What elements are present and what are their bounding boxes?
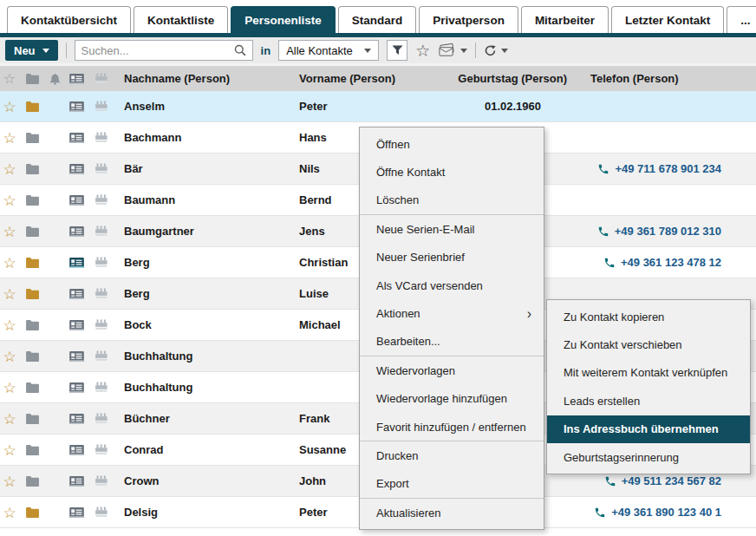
company-icon xyxy=(88,257,116,268)
menu-item-label: Öffnen xyxy=(376,138,410,151)
nachname-cell: Buchhaltung xyxy=(116,350,295,363)
context-menu-item[interactable]: Bearbeiten... › xyxy=(360,328,544,356)
submenu-item[interactable]: Geburtstagserinnerung xyxy=(547,443,750,471)
send-cards-button[interactable] xyxy=(438,43,467,57)
contact-card-icon xyxy=(69,320,84,330)
toolbar-divider xyxy=(66,42,67,58)
context-menu-item[interactable]: Wiedervorlagen › xyxy=(360,356,544,384)
context-menu-item[interactable]: Drucken › xyxy=(360,441,544,469)
menu-item-label: Drucken xyxy=(376,449,418,462)
favorite-star-icon[interactable]: ☆ xyxy=(0,129,19,147)
submenu-item[interactable]: Zu Kontakt verschieben xyxy=(547,330,750,358)
search-input[interactable] xyxy=(81,44,229,57)
favorite-star-icon[interactable]: ☆ xyxy=(0,473,19,490)
context-menu-item[interactable]: Öffnen › xyxy=(360,130,544,158)
column-header-geburtstag[interactable]: Geburtstag (Person) xyxy=(442,72,572,85)
new-button[interactable]: Neu xyxy=(5,40,58,61)
telefon-cell[interactable]: +49 511 234 567 82 xyxy=(572,474,756,487)
context-menu-item[interactable]: Favorit hinzufügen / entfernen › xyxy=(360,413,544,441)
in-label: in xyxy=(261,44,271,57)
telefon-cell[interactable]: +49 361 123 478 12 xyxy=(572,256,756,269)
favorite-star-icon[interactable]: ☆ xyxy=(0,348,19,365)
view-tab[interactable]: Personenliste xyxy=(231,6,336,33)
contact-card-column-header-icon[interactable] xyxy=(64,74,88,84)
telefon-cell[interactable]: +49 361 789 012 310 xyxy=(572,225,756,238)
scope-select[interactable]: Alle Kontakte xyxy=(278,40,379,61)
favorite-star-icon[interactable]: ☆ xyxy=(0,285,19,303)
favorite-star-icon[interactable]: ☆ xyxy=(0,223,19,240)
favorite-star-icon[interactable]: ☆ xyxy=(0,254,19,271)
folder-icon xyxy=(25,257,40,268)
view-tab[interactable]: Kontaktliste xyxy=(134,6,228,33)
favorite-star-icon[interactable]: ☆ xyxy=(0,410,19,428)
nachname-cell: Buchhaltung xyxy=(116,381,295,394)
favorite-star-icon[interactable]: ☆ xyxy=(0,160,19,178)
refresh-button[interactable] xyxy=(484,44,508,57)
contact-card-icon xyxy=(69,476,84,487)
folder-icon xyxy=(25,226,40,237)
folder-icon xyxy=(25,101,40,112)
submenu-item[interactable]: Ins Adressbuch übernehmen xyxy=(547,415,750,443)
context-menu-item[interactable]: Neue Serien-E-Mail › xyxy=(360,215,544,243)
favorite-star-icon[interactable]: ☆ xyxy=(0,192,19,209)
telefon-number: +49 711 678 901 234 xyxy=(615,162,721,175)
company-column-header-icon[interactable] xyxy=(88,73,116,84)
contact-card-icon xyxy=(69,414,84,424)
menu-item-label: Export xyxy=(376,477,409,490)
telefon-cell[interactable]: +49 711 678 901 234 xyxy=(572,162,756,175)
submenu-item[interactable]: Leads erstellen xyxy=(547,387,750,415)
folder-icon xyxy=(25,413,40,424)
favorite-star-icon[interactable]: ☆ xyxy=(0,98,19,115)
submenu-item[interactable]: Mit weiterem Kontakt verknüpfen xyxy=(547,359,750,387)
telefon-number: +49 511 234 567 82 xyxy=(622,474,721,487)
folder-icon xyxy=(25,382,40,393)
send-cards-icon xyxy=(438,43,456,57)
favorite-column-header-icon[interactable]: ☆ xyxy=(0,70,19,87)
telefon-number: +49 361 890 123 40 1 xyxy=(611,506,721,519)
column-header-vorname[interactable]: Vorname (Person) xyxy=(295,72,442,85)
favorite-star-icon[interactable]: ☆ xyxy=(0,317,19,334)
view-tab[interactable]: Kontaktübersicht xyxy=(7,6,131,33)
search-icon[interactable] xyxy=(234,44,246,56)
scope-selected-value: Alle Kontakte xyxy=(286,44,353,57)
telefon-number: +49 361 123 478 12 xyxy=(621,256,721,269)
context-menu-item[interactable]: Neuer Serienbrief › xyxy=(360,244,544,271)
company-icon xyxy=(88,475,116,487)
table-row[interactable]: ☆ Anselm Peter 01.02.1960 xyxy=(0,91,756,122)
favorites-star-icon[interactable]: ☆ xyxy=(415,42,430,59)
view-tab[interactable]: Letzter Kontakt xyxy=(611,6,724,33)
column-header-nachname[interactable]: Nachname (Person) xyxy=(116,72,295,85)
chevron-down-icon xyxy=(501,49,508,53)
favorite-star-icon[interactable]: ☆ xyxy=(0,441,19,459)
context-menu-item[interactable]: Export › xyxy=(360,470,544,498)
context-menu-item[interactable]: Aktualisieren › xyxy=(360,499,544,526)
company-icon xyxy=(88,226,116,237)
context-menu-item[interactable]: Wiedervorlage hinzufügen › xyxy=(360,385,544,413)
context-menu-item[interactable]: Öffne Kontakt › xyxy=(360,158,544,186)
favorite-star-icon[interactable]: ☆ xyxy=(0,504,19,521)
view-tab[interactable]: ... xyxy=(727,6,756,33)
view-tab[interactable]: Mitarbeiter xyxy=(521,6,609,33)
view-tab[interactable]: Privatperson xyxy=(419,6,518,33)
telefon-cell[interactable]: +49 361 890 123 40 1 xyxy=(572,506,756,519)
nachname-cell: Conrad xyxy=(116,443,295,456)
submenu-item[interactable]: Zu Kontakt kopieren xyxy=(547,303,750,330)
menu-item-label: Neuer Serienbrief xyxy=(376,251,465,264)
chevron-down-icon xyxy=(364,49,371,53)
tab-label: ... xyxy=(740,14,750,27)
toolbar-divider xyxy=(475,42,476,58)
column-header-telefon[interactable]: Telefon (Person) xyxy=(572,72,756,85)
context-menu-item[interactable]: Als VCard versenden › xyxy=(360,271,544,299)
view-tab[interactable]: Standard xyxy=(338,6,417,33)
aktionen-submenu: Zu Kontakt kopieren Zu Kontakt verschieb… xyxy=(546,299,751,474)
filter-button[interactable] xyxy=(387,40,407,61)
tab-label: Standard xyxy=(352,14,403,27)
context-menu-item[interactable]: Aktionen › xyxy=(360,299,544,327)
contact-card-icon xyxy=(69,101,84,112)
folder-column-header-icon[interactable] xyxy=(19,73,45,84)
bell-column-header-icon[interactable] xyxy=(45,73,64,85)
favorite-star-icon[interactable]: ☆ xyxy=(0,379,19,396)
geburtstag-cell: 01.02.1960 xyxy=(442,100,572,113)
context-menu-item[interactable]: Löschen › xyxy=(360,186,544,214)
search-box[interactable] xyxy=(75,40,253,61)
